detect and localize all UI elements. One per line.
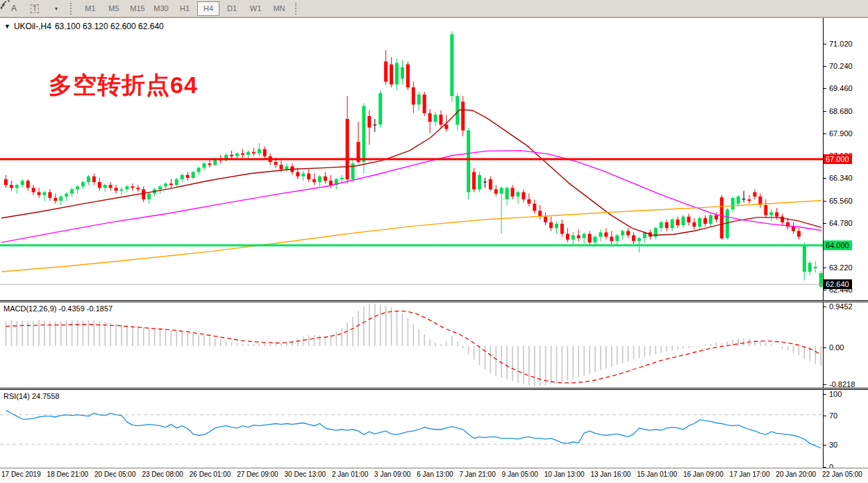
support-price-label: 64.000 (824, 240, 852, 250)
toolbar-separator (295, 3, 299, 15)
time-axis-label: 26 Dec 01:00 (190, 470, 231, 483)
symbol-dropdown-icon[interactable]: ▼ (4, 23, 10, 30)
time-axis-label: 2 Jan 01:00 (332, 470, 368, 483)
price-tick: 67.900 (824, 129, 853, 138)
time-axis-label: 13 Jan 16:00 (590, 470, 631, 483)
macd-indicator-label: MACD(12,26,9) -0.4359 -0.1857 (3, 304, 112, 313)
timeframe-button-w1[interactable]: W1 (244, 1, 267, 16)
ma-slow-orange-line (1, 201, 821, 272)
time-axis-label: 15 Jan 01:00 (637, 470, 677, 483)
timeframe-button-m15[interactable]: M15 (126, 1, 149, 16)
symbol-timeframe-label: UKOil-,H4 (14, 22, 51, 31)
time-axis-label: 20 Jan 20:00 (776, 470, 816, 483)
price-tick: 71.020 (824, 40, 853, 49)
price-tick: 70.240 (824, 62, 853, 71)
rsi-indicator-label: RSI(14) 24.7558 (3, 392, 60, 400)
time-axis-label: 10 Jan 13:00 (544, 470, 585, 483)
price-chart-plot[interactable]: ▼ UKOil-,H4 63.100 63.120 62.600 62.640 … (0, 18, 824, 300)
macd-tick: 0.00 (824, 343, 844, 352)
macd-canvas[interactable] (0, 302, 823, 388)
toolbar-separator (70, 3, 74, 15)
time-axis-label: 20 Dec 05:00 (94, 470, 136, 483)
current-price-label: 62.640 (824, 279, 852, 289)
price-tick: 63.220 (824, 263, 853, 272)
time-axis-row: 17 Dec 201918 Dec 21:0020 Dec 05:0023 De… (0, 468, 868, 483)
price-tick: 68.680 (824, 107, 853, 116)
timeframe-button-group: M1M5M15M30H1H4D1W1MN (78, 1, 291, 16)
time-axis-label: 7 Jan 21:00 (459, 470, 495, 483)
time-axis-label: 27 Dec 09:00 (237, 470, 278, 483)
price-tick: 66.340 (824, 174, 853, 183)
price-chart-canvas[interactable] (0, 18, 823, 300)
timeframe-button-d1[interactable]: D1 (221, 1, 243, 16)
rsi-line (6, 410, 821, 448)
resistance-price-label: 67.000 (824, 154, 852, 164)
top-toolbar: A T ▾ M1M5M15M30H1H4D1W1MN (0, 0, 868, 17)
trading-platform-window: { "toolbar": { "annotation_tool": "A", "… (0, 0, 868, 483)
ohlc-quote-label: 63.100 63.120 62.600 62.640 (55, 22, 164, 31)
timeframe-button-mn[interactable]: MN (268, 1, 290, 16)
timeframe-button-h1[interactable]: H1 (174, 1, 196, 16)
rsi-plot[interactable]: RSI(14) 24.7558 (0, 390, 824, 468)
time-axis-label: 22 Jan 05:00 (822, 470, 862, 483)
time-axis-label: 3 Jan 09:00 (374, 470, 410, 483)
macd-signal-line (6, 311, 821, 383)
time-axis-label: 9 Jan 05:00 (502, 470, 538, 483)
rsi-canvas[interactable] (0, 390, 823, 468)
timeframe-button-m5[interactable]: M5 (103, 1, 125, 16)
arrows-icon (0, 0, 10, 9)
macd-axis: 0.94520.00-0.8218 (824, 302, 868, 388)
price-axis[interactable]: 71.02070.24069.46068.68067.90067.12066.3… (824, 18, 868, 300)
price-tick: 69.460 (824, 84, 853, 93)
main-chart-row: ▼ UKOil-,H4 63.100 63.120 62.600 62.640 … (0, 17, 868, 300)
time-axis-label: 18 Dec 21:00 (47, 470, 89, 483)
rsi-axis: 10070300 (824, 390, 868, 468)
arrows-dropdown-caret[interactable]: ▾ (55, 6, 58, 12)
chart-title: ▼ UKOil-,H4 63.100 63.120 62.600 62.640 (4, 22, 164, 31)
rsi-tick: 30 (824, 441, 837, 450)
time-axis-label: 30 Dec 13:00 (285, 470, 326, 483)
timeframe-button-m1[interactable]: M1 (79, 1, 101, 16)
price-tick: 65.560 (824, 197, 853, 206)
timeframe-button-m30[interactable]: M30 (150, 1, 172, 16)
macd-plot[interactable]: MACD(12,26,9) -0.4359 -0.1857 (0, 302, 824, 388)
rsi-panel-row: RSI(14) 24.7558 10070300 (0, 388, 868, 468)
arrows-tool-button[interactable]: ▾ (46, 1, 65, 16)
time-axis-label: 6 Jan 13:00 (417, 470, 453, 483)
rsi-tick: 100 (824, 390, 842, 399)
timeframe-button-h4[interactable]: H4 (197, 1, 219, 16)
rsi-tick: 70 (824, 411, 837, 420)
ma-fast-dark-red-line (1, 110, 821, 236)
chart-text-annotation: 多空转折点64 (49, 69, 198, 101)
text-tool-button[interactable]: T (25, 1, 44, 16)
time-axis-label: 16 Jan 09:00 (683, 470, 724, 483)
time-axis-label: 17 Dec 2019 (1, 470, 41, 483)
time-axis-label: 17 Jan 17:00 (730, 470, 770, 483)
macd-tick: 0.9452 (824, 302, 853, 311)
time-axis[interactable]: 17 Dec 201918 Dec 21:0020 Dec 05:0023 De… (0, 468, 867, 483)
macd-panel-row: MACD(12,26,9) -0.4359 -0.1857 0.94520.00… (0, 300, 868, 388)
time-axis-label: 23 Dec 08:00 (142, 470, 183, 483)
price-tick: 64.780 (824, 219, 853, 228)
